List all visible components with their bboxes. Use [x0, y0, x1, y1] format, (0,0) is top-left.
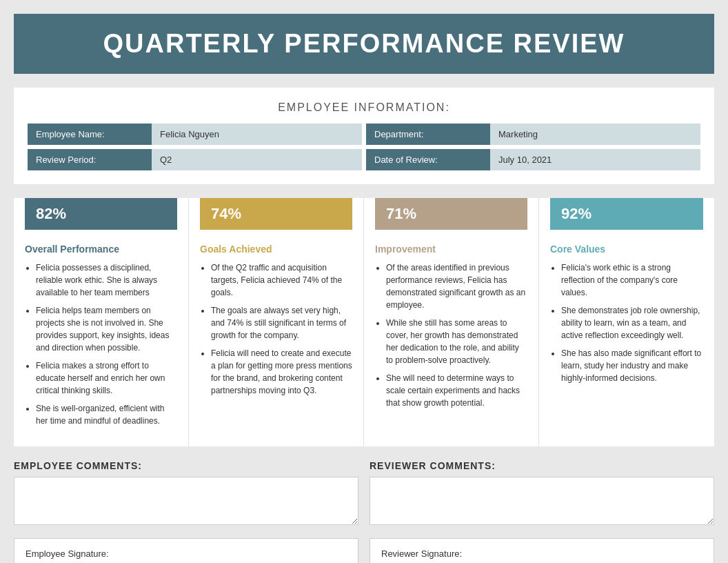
core-item-1: Felicia's work ethic is a strong reflect… [561, 261, 703, 299]
goals-bar: 74% [200, 198, 352, 230]
reviewer-signature-label: Reviewer Signature: [381, 549, 462, 559]
period-row: Review Period: Q2 [28, 149, 362, 170]
core-values-section: 92% Core Values Felicia's work ethic is … [539, 198, 714, 446]
name-row: Employee Name: Felicia Nguyen [28, 124, 362, 145]
overall-title: Overall Performance [25, 239, 177, 255]
goals-item-3: Felicia will need to create and execute … [211, 347, 352, 397]
name-value: Felicia Nguyen [152, 124, 362, 145]
page-title: QUARTERLY PERFORMANCE REVIEW [28, 29, 700, 59]
reviewer-comment-label: REVIEWER COMMENTS: [370, 460, 714, 471]
department-label: Department: [366, 124, 490, 145]
performance-grid: 82% Overall Performance Felicia possesse… [14, 198, 714, 446]
core-item-3: She has also made significant effort to … [561, 347, 703, 384]
department-row: Department: Marketing [366, 124, 700, 145]
overall-item-4: She is well-organized, efficient with he… [36, 402, 177, 427]
date-value: July 10, 2021 [490, 149, 700, 170]
employee-comment-label: EMPLOYEE COMMENTS: [14, 460, 358, 471]
employee-comment-block: EMPLOYEE COMMENTS: [14, 460, 358, 527]
reviewer-signature-block: Reviewer Signature: [370, 538, 714, 563]
signature-section: Employee Signature: Reviewer Signature: [14, 538, 714, 563]
department-value: Marketing [490, 124, 700, 145]
goals-title: Goals Achieved [200, 239, 352, 255]
improvement-bar: 71% [375, 198, 527, 230]
comments-section: EMPLOYEE COMMENTS: REVIEWER COMMENTS: [14, 460, 714, 527]
info-grid: Employee Name: Felicia Nguyen Department… [28, 124, 700, 170]
overall-performance-section: 82% Overall Performance Felicia possesse… [14, 198, 189, 446]
employee-signature-block: Employee Signature: [14, 538, 358, 563]
period-label: Review Period: [28, 149, 152, 170]
overall-item-2: Felicia helps team members on projects s… [36, 304, 177, 354]
improvement-list: Of the areas identified in previous perf… [375, 261, 527, 409]
improvement-item-1: Of the areas identified in previous perf… [386, 261, 527, 311]
employee-signature-label: Employee Signature: [26, 549, 109, 559]
core-item-2: She demonstrates job role ownership, abi… [561, 304, 703, 342]
reviewer-comment-block: REVIEWER COMMENTS: [370, 460, 714, 527]
goals-section: 74% Goals Achieved Of the Q2 traffic and… [189, 198, 364, 446]
goals-item-1: Of the Q2 traffic and acquisition target… [211, 261, 352, 299]
improvement-section: 71% Improvement Of the areas identified … [364, 198, 539, 446]
core-title: Core Values [550, 239, 703, 255]
date-row: Date of Review: July 10, 2021 [366, 149, 700, 170]
employee-info-section: EMPLOYEE INFORMATION: Employee Name: Fel… [14, 88, 714, 184]
period-value: Q2 [152, 149, 362, 170]
employee-info-title: EMPLOYEE INFORMATION: [28, 101, 700, 114]
page-header: QUARTERLY PERFORMANCE REVIEW [14, 14, 714, 74]
employee-comment-input[interactable] [14, 477, 358, 525]
improvement-title: Improvement [375, 239, 527, 255]
core-bar: 92% [550, 198, 703, 230]
overall-item-1: Felicia possesses a disciplined, reliabl… [36, 261, 177, 299]
improvement-item-2: While she still has some areas to cover,… [386, 317, 527, 366]
improvement-item-3: She will need to determine ways to scale… [386, 372, 527, 409]
overall-bar: 82% [25, 198, 177, 230]
overall-item-3: Felicia makes a strong effort to educate… [36, 359, 177, 397]
name-label: Employee Name: [28, 124, 152, 145]
reviewer-comment-input[interactable] [370, 477, 714, 525]
core-list: Felicia's work ethic is a strong reflect… [550, 261, 703, 384]
overall-list: Felicia possesses a disciplined, reliabl… [25, 261, 177, 427]
goals-item-2: The goals are always set very high, and … [211, 304, 352, 342]
goals-list: Of the Q2 traffic and acquisition target… [200, 261, 352, 397]
date-label: Date of Review: [366, 149, 490, 170]
